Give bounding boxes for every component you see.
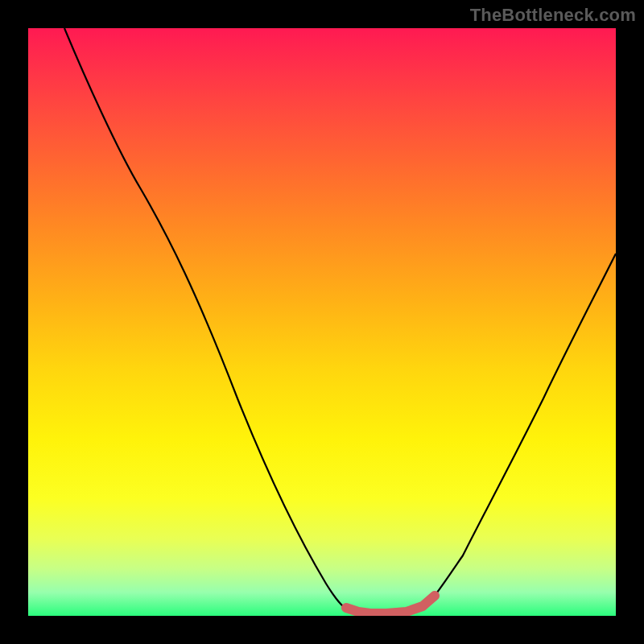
curve-layer [28,28,616,616]
chart-frame: TheBottleneck.com [0,0,644,644]
v-curve-line [64,28,616,614]
plot-area [28,28,616,616]
watermark-text: TheBottleneck.com [470,5,636,26]
flat-bottom-marker [346,596,435,613]
